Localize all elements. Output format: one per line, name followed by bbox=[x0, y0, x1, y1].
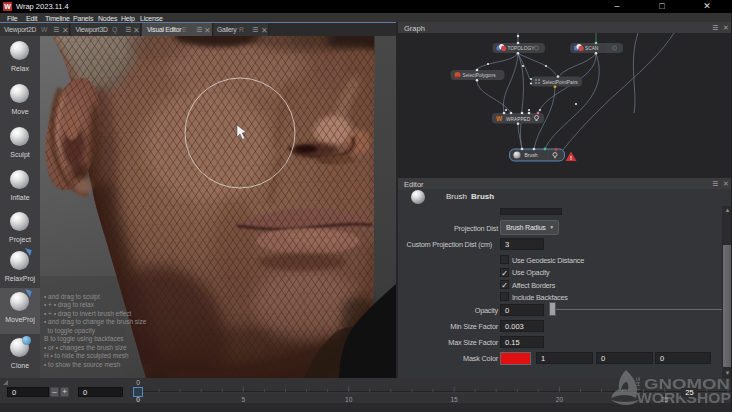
svg-text:WRAPPED: WRAPPED bbox=[506, 117, 531, 122]
svg-text:15: 15 bbox=[450, 396, 458, 403]
svg-text:SelectPolygons: SelectPolygons bbox=[463, 73, 497, 78]
svg-text:SCAN: SCAN bbox=[585, 46, 599, 51]
svg-text:Brush: Brush bbox=[525, 152, 538, 158]
svg-text:TOPOLOGY: TOPOLOGY bbox=[508, 46, 536, 51]
svg-text:SelectPointPairs: SelectPointPairs bbox=[543, 80, 579, 85]
svg-text:10: 10 bbox=[345, 396, 353, 403]
svg-text:5: 5 bbox=[241, 396, 245, 403]
svg-text:0: 0 bbox=[136, 396, 140, 403]
svg-text:!: ! bbox=[570, 155, 572, 161]
svg-text:W: W bbox=[496, 115, 503, 122]
svg-text:20: 20 bbox=[556, 396, 564, 403]
svg-text:0: 0 bbox=[136, 379, 140, 386]
